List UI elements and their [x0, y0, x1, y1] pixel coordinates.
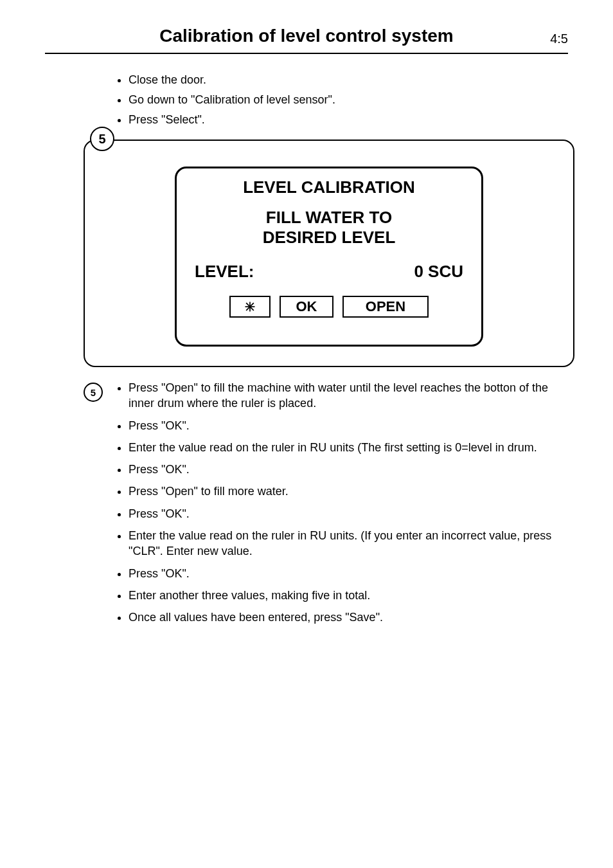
instruction-item: Press "OK". [129, 418, 568, 433]
page-title: Calibration of level control system [84, 26, 529, 46]
device-screen: LEVEL CALIBRATION FILL WATER TO DESIRED … [175, 167, 483, 347]
instruction-item: Close the door. [129, 73, 613, 87]
screen-title: LEVEL CALIBRATION [188, 177, 470, 197]
instruction-item: Press "Select". [129, 113, 613, 127]
figure-callout-number: 5 [90, 127, 114, 151]
figure-box: LEVEL CALIBRATION FILL WATER TO DESIRED … [84, 140, 574, 367]
instruction-item: Press "OK". [129, 506, 568, 521]
instruction-item: Press "OK". [129, 566, 568, 581]
instruction-item: Enter another three values, making five … [129, 588, 568, 603]
star-icon [244, 300, 256, 313]
instruction-item: Once all values have been entered, press… [129, 610, 568, 625]
page-number: 4:5 [529, 32, 568, 46]
bottom-instruction-list: Press "Open" to fill the machine with wa… [129, 380, 568, 632]
screen-line-1: FILL WATER TO [188, 208, 470, 228]
level-value: 0 SCU [414, 262, 463, 282]
ok-button[interactable]: OK [280, 296, 333, 318]
step-reference-number: 5 [84, 383, 103, 402]
top-instruction-list: Close the door. Go down to "Calibration … [129, 73, 613, 127]
instruction-item: Press "Open" to fill the machine with wa… [129, 380, 568, 411]
instruction-item: Enter the value read on the ruler in RU … [129, 440, 568, 455]
instruction-item: Go down to "Calibration of level sensor"… [129, 93, 613, 107]
star-button[interactable] [229, 296, 271, 318]
open-button[interactable]: OPEN [342, 296, 429, 318]
instruction-item: Press "OK". [129, 462, 568, 477]
level-label: LEVEL: [195, 262, 254, 282]
screen-line-2: DESIRED LEVEL [188, 228, 470, 248]
header-divider [45, 53, 568, 54]
instruction-item: Enter the value read on the ruler in RU … [129, 528, 568, 559]
instruction-item: Press "Open" to fill more water. [129, 484, 568, 499]
